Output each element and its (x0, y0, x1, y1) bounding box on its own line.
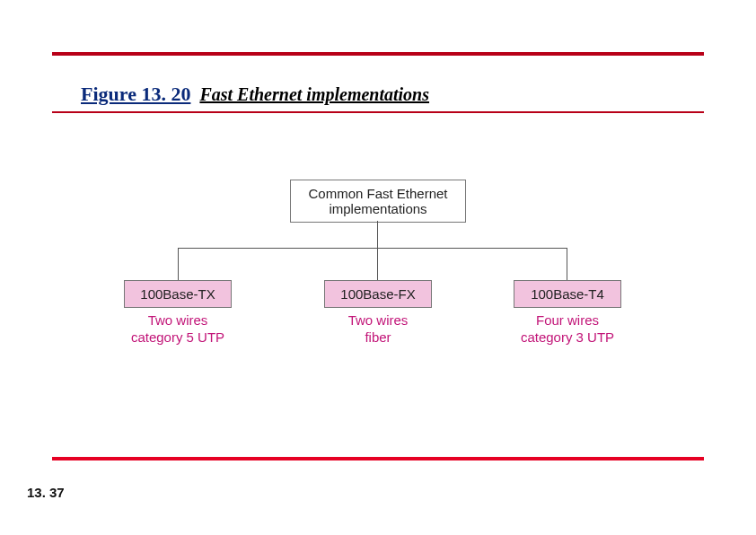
leaf-caption-100base-fx: Two wires fiber (306, 312, 450, 346)
connector-line (377, 248, 378, 280)
leaf-caption-line: Two wires (148, 312, 208, 328)
connector-line (178, 248, 567, 249)
connector-line (178, 248, 179, 280)
leaf-caption-line: category 5 UTP (131, 329, 224, 345)
figure-title: Figure 13. 20 Fast Ethernet implementati… (81, 83, 429, 106)
mid-rule (52, 111, 704, 113)
figure-label: Figure 13. 20 (81, 83, 190, 106)
connector-line (377, 221, 378, 248)
leaf-node-100base-tx: 100Base-TX (124, 280, 232, 308)
top-rule (52, 52, 704, 56)
leaf-node-100base-t4: 100Base-T4 (514, 280, 621, 308)
hierarchy-diagram: Common Fast Ethernet implementations 100… (0, 180, 756, 395)
connector-line (567, 248, 567, 280)
page-number: 13. 37 (27, 485, 65, 500)
leaf-node-100base-fx: 100Base-FX (324, 280, 432, 308)
leaf-caption-line: Four wires (536, 312, 599, 328)
leaf-caption-line: category 3 UTP (521, 329, 614, 345)
leaf-caption-line: fiber (365, 329, 391, 345)
leaf-caption-100base-tx: Two wires category 5 UTP (106, 312, 250, 346)
figure-caption: Fast Ethernet implementations (199, 84, 429, 105)
bottom-rule (52, 457, 704, 460)
root-node: Common Fast Ethernet implementations (290, 180, 466, 223)
leaf-caption-line: Two wires (348, 312, 409, 328)
leaf-caption-100base-t4: Four wires category 3 UTP (496, 312, 639, 346)
